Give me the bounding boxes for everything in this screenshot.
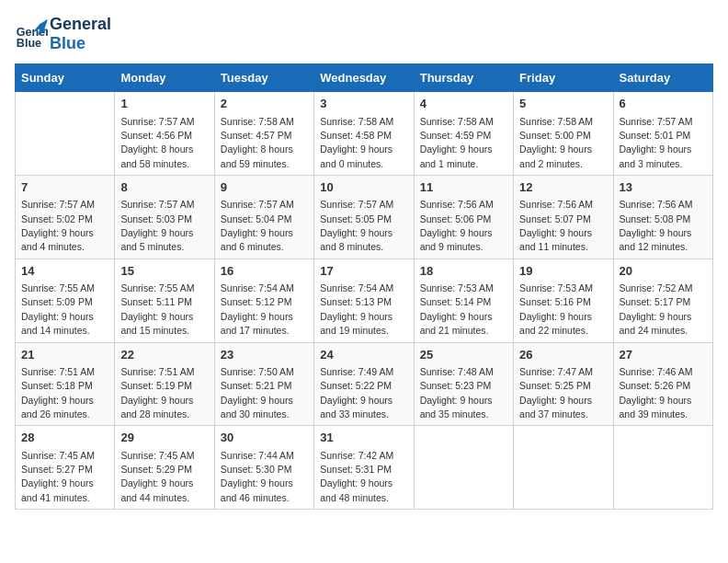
day-info: Sunrise: 7:58 AMSunset: 5:00 PMDaylight:… bbox=[519, 116, 593, 169]
col-header-monday: Monday bbox=[115, 64, 214, 92]
day-info: Sunrise: 7:58 AMSunset: 4:57 PMDaylight:… bbox=[221, 116, 294, 169]
logo: General Blue General Blue bbox=[15, 15, 111, 52]
day-cell: 19Sunrise: 7:53 AMSunset: 5:16 PMDayligh… bbox=[514, 259, 613, 342]
day-info: Sunrise: 7:58 AMSunset: 4:58 PMDaylight:… bbox=[320, 116, 393, 169]
day-number: 13 bbox=[620, 179, 707, 196]
day-cell: 8Sunrise: 7:57 AMSunset: 5:03 PMDaylight… bbox=[115, 176, 214, 259]
day-number: 7 bbox=[21, 179, 108, 196]
day-info: Sunrise: 7:57 AMSunset: 5:02 PMDaylight:… bbox=[21, 199, 95, 252]
day-cell: 6Sunrise: 7:57 AMSunset: 5:01 PMDaylight… bbox=[613, 92, 712, 176]
day-number: 20 bbox=[620, 263, 707, 280]
day-info: Sunrise: 7:53 AMSunset: 5:14 PMDaylight:… bbox=[420, 282, 494, 336]
day-number: 2 bbox=[221, 96, 308, 112]
day-info: Sunrise: 7:57 AMSunset: 5:05 PMDaylight:… bbox=[320, 199, 393, 252]
day-cell: 10Sunrise: 7:57 AMSunset: 5:05 PMDayligh… bbox=[314, 176, 414, 259]
day-cell: 25Sunrise: 7:48 AMSunset: 5:23 PMDayligh… bbox=[414, 342, 513, 426]
day-number: 30 bbox=[221, 430, 308, 446]
day-number: 3 bbox=[320, 96, 407, 112]
day-cell: 20Sunrise: 7:52 AMSunset: 5:17 PMDayligh… bbox=[613, 259, 712, 342]
week-row-3: 14Sunrise: 7:55 AMSunset: 5:09 PMDayligh… bbox=[16, 259, 713, 342]
day-cell: 1Sunrise: 7:57 AMSunset: 4:56 PMDaylight… bbox=[115, 92, 214, 176]
day-number: 27 bbox=[620, 347, 707, 363]
day-info: Sunrise: 7:52 AMSunset: 5:17 PMDaylight:… bbox=[620, 282, 693, 336]
day-number: 10 bbox=[320, 179, 407, 196]
day-info: Sunrise: 7:57 AMSunset: 5:01 PMDaylight:… bbox=[620, 116, 693, 169]
logo-icon: General Blue bbox=[15, 17, 48, 51]
day-cell bbox=[16, 92, 115, 176]
day-info: Sunrise: 7:50 AMSunset: 5:21 PMDaylight:… bbox=[221, 366, 294, 419]
day-number: 23 bbox=[221, 347, 308, 363]
day-cell: 26Sunrise: 7:47 AMSunset: 5:25 PMDayligh… bbox=[514, 342, 613, 426]
day-number: 4 bbox=[420, 96, 507, 112]
col-header-friday: Friday bbox=[514, 64, 613, 92]
day-info: Sunrise: 7:53 AMSunset: 5:16 PMDaylight:… bbox=[519, 282, 593, 336]
logo-blue: Blue bbox=[50, 34, 111, 53]
day-number: 17 bbox=[320, 263, 407, 280]
col-header-sunday: Sunday bbox=[16, 64, 115, 92]
day-number: 26 bbox=[519, 347, 607, 363]
day-cell: 9Sunrise: 7:57 AMSunset: 5:04 PMDaylight… bbox=[214, 176, 313, 259]
col-header-tuesday: Tuesday bbox=[214, 64, 313, 92]
day-cell: 3Sunrise: 7:58 AMSunset: 4:58 PMDaylight… bbox=[314, 92, 414, 176]
week-row-4: 21Sunrise: 7:51 AMSunset: 5:18 PMDayligh… bbox=[16, 342, 713, 426]
day-number: 28 bbox=[21, 430, 108, 446]
week-row-1: 1Sunrise: 7:57 AMSunset: 4:56 PMDaylight… bbox=[16, 92, 713, 176]
day-cell: 18Sunrise: 7:53 AMSunset: 5:14 PMDayligh… bbox=[414, 259, 513, 342]
day-cell bbox=[514, 426, 613, 510]
day-cell: 15Sunrise: 7:55 AMSunset: 5:11 PMDayligh… bbox=[115, 259, 214, 342]
day-number: 6 bbox=[620, 96, 707, 112]
day-info: Sunrise: 7:54 AMSunset: 5:12 PMDaylight:… bbox=[221, 282, 294, 336]
day-cell: 5Sunrise: 7:58 AMSunset: 5:00 PMDaylight… bbox=[514, 92, 613, 176]
day-cell: 16Sunrise: 7:54 AMSunset: 5:12 PMDayligh… bbox=[214, 259, 313, 342]
day-cell: 14Sunrise: 7:55 AMSunset: 5:09 PMDayligh… bbox=[16, 259, 115, 342]
day-cell: 11Sunrise: 7:56 AMSunset: 5:06 PMDayligh… bbox=[414, 176, 513, 259]
day-info: Sunrise: 7:45 AMSunset: 5:27 PMDaylight:… bbox=[21, 450, 95, 503]
day-cell: 30Sunrise: 7:44 AMSunset: 5:30 PMDayligh… bbox=[214, 426, 313, 510]
day-cell: 28Sunrise: 7:45 AMSunset: 5:27 PMDayligh… bbox=[16, 426, 115, 510]
column-headers: SundayMondayTuesdayWednesdayThursdayFrid… bbox=[16, 64, 713, 92]
day-number: 12 bbox=[519, 179, 607, 196]
day-number: 31 bbox=[320, 430, 407, 446]
day-info: Sunrise: 7:55 AMSunset: 5:11 PMDaylight:… bbox=[120, 282, 194, 336]
calendar-table: SundayMondayTuesdayWednesdayThursdayFrid… bbox=[15, 63, 713, 510]
day-info: Sunrise: 7:51 AMSunset: 5:19 PMDaylight:… bbox=[120, 366, 194, 419]
day-info: Sunrise: 7:56 AMSunset: 5:06 PMDaylight:… bbox=[420, 199, 494, 252]
day-info: Sunrise: 7:44 AMSunset: 5:30 PMDaylight:… bbox=[221, 450, 294, 503]
logo-general: General bbox=[50, 15, 111, 34]
day-cell: 17Sunrise: 7:54 AMSunset: 5:13 PMDayligh… bbox=[314, 259, 414, 342]
svg-text:Blue: Blue bbox=[17, 37, 41, 50]
day-number: 14 bbox=[21, 263, 108, 280]
day-number: 9 bbox=[221, 179, 308, 196]
day-number: 19 bbox=[519, 263, 607, 280]
day-number: 25 bbox=[420, 347, 507, 363]
day-info: Sunrise: 7:54 AMSunset: 5:13 PMDaylight:… bbox=[320, 282, 393, 336]
day-cell: 7Sunrise: 7:57 AMSunset: 5:02 PMDaylight… bbox=[16, 176, 115, 259]
day-number: 24 bbox=[320, 347, 407, 363]
day-info: Sunrise: 7:57 AMSunset: 4:56 PMDaylight:… bbox=[120, 116, 194, 169]
day-number: 22 bbox=[120, 347, 208, 363]
day-number: 15 bbox=[120, 263, 208, 280]
day-info: Sunrise: 7:42 AMSunset: 5:31 PMDaylight:… bbox=[320, 450, 393, 503]
day-number: 5 bbox=[519, 96, 607, 112]
day-info: Sunrise: 7:57 AMSunset: 5:03 PMDaylight:… bbox=[120, 199, 194, 252]
day-cell: 24Sunrise: 7:49 AMSunset: 5:22 PMDayligh… bbox=[314, 342, 414, 426]
day-info: Sunrise: 7:58 AMSunset: 4:59 PMDaylight:… bbox=[420, 116, 494, 169]
day-number: 8 bbox=[120, 179, 208, 196]
day-info: Sunrise: 7:51 AMSunset: 5:18 PMDaylight:… bbox=[21, 366, 95, 419]
day-number: 16 bbox=[221, 263, 308, 280]
day-cell: 29Sunrise: 7:45 AMSunset: 5:29 PMDayligh… bbox=[115, 426, 214, 510]
col-header-thursday: Thursday bbox=[414, 64, 513, 92]
day-info: Sunrise: 7:55 AMSunset: 5:09 PMDaylight:… bbox=[21, 282, 95, 336]
day-info: Sunrise: 7:45 AMSunset: 5:29 PMDaylight:… bbox=[120, 450, 194, 503]
day-cell: 22Sunrise: 7:51 AMSunset: 5:19 PMDayligh… bbox=[115, 342, 214, 426]
day-cell: 21Sunrise: 7:51 AMSunset: 5:18 PMDayligh… bbox=[16, 342, 115, 426]
day-cell: 12Sunrise: 7:56 AMSunset: 5:07 PMDayligh… bbox=[514, 176, 613, 259]
week-row-2: 7Sunrise: 7:57 AMSunset: 5:02 PMDaylight… bbox=[16, 176, 713, 259]
day-number: 21 bbox=[21, 347, 108, 363]
day-cell: 27Sunrise: 7:46 AMSunset: 5:26 PMDayligh… bbox=[613, 342, 712, 426]
day-cell: 13Sunrise: 7:56 AMSunset: 5:08 PMDayligh… bbox=[613, 176, 712, 259]
col-header-saturday: Saturday bbox=[613, 64, 712, 92]
day-info: Sunrise: 7:57 AMSunset: 5:04 PMDaylight:… bbox=[221, 199, 294, 252]
day-info: Sunrise: 7:49 AMSunset: 5:22 PMDaylight:… bbox=[320, 366, 393, 419]
day-info: Sunrise: 7:48 AMSunset: 5:23 PMDaylight:… bbox=[420, 366, 494, 419]
